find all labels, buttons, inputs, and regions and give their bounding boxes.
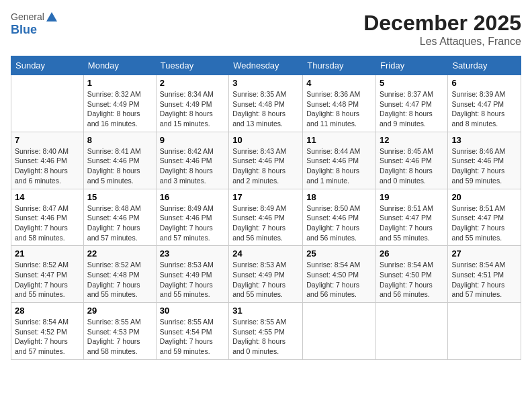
day-info: Sunrise: 8:35 AMSunset: 4:48 PMDaylight:…	[232, 89, 299, 129]
day-number: 2	[160, 78, 225, 88]
day-cell: 4Sunrise: 8:36 AMSunset: 4:48 PMDaylight…	[303, 75, 376, 132]
logo-blue: Blue	[11, 23, 37, 36]
day-cell: 28Sunrise: 8:54 AMSunset: 4:52 PMDayligh…	[11, 303, 84, 360]
day-number: 16	[160, 192, 225, 202]
header-monday: Monday	[83, 56, 156, 75]
day-number: 3	[232, 78, 299, 88]
day-cell: 31Sunrise: 8:55 AMSunset: 4:55 PMDayligh…	[229, 303, 303, 360]
day-number: 29	[87, 306, 152, 316]
day-info: Sunrise: 8:32 AMSunset: 4:49 PMDaylight:…	[87, 89, 152, 129]
day-info: Sunrise: 8:52 AMSunset: 4:48 PMDaylight:…	[87, 260, 152, 300]
day-number: 24	[232, 248, 299, 259]
day-cell: 25Sunrise: 8:54 AMSunset: 4:50 PMDayligh…	[303, 246, 376, 303]
day-number: 27	[451, 248, 517, 259]
day-number: 13	[451, 135, 517, 145]
day-cell: 22Sunrise: 8:52 AMSunset: 4:48 PMDayligh…	[83, 246, 156, 303]
day-number: 30	[160, 306, 225, 316]
day-info: Sunrise: 8:40 AMSunset: 4:46 PMDaylight:…	[15, 146, 80, 186]
day-cell: 20Sunrise: 8:51 AMSunset: 4:47 PMDayligh…	[448, 189, 521, 246]
day-number: 19	[380, 192, 444, 202]
day-number: 5	[380, 78, 444, 88]
day-cell: 16Sunrise: 8:49 AMSunset: 4:46 PMDayligh…	[156, 189, 228, 246]
day-number: 28	[15, 306, 80, 316]
day-number: 20	[451, 192, 517, 202]
day-info: Sunrise: 8:54 AMSunset: 4:52 PMDaylight:…	[15, 317, 80, 357]
day-cell: 12Sunrise: 8:45 AMSunset: 4:46 PMDayligh…	[376, 132, 448, 189]
day-info: Sunrise: 8:49 AMSunset: 4:46 PMDaylight:…	[160, 203, 225, 243]
day-cell: 19Sunrise: 8:51 AMSunset: 4:47 PMDayligh…	[376, 189, 448, 246]
day-info: Sunrise: 8:36 AMSunset: 4:48 PMDaylight:…	[306, 89, 372, 129]
day-info: Sunrise: 8:37 AMSunset: 4:47 PMDaylight:…	[380, 89, 444, 129]
day-number: 14	[15, 192, 80, 202]
day-cell: 13Sunrise: 8:46 AMSunset: 4:46 PMDayligh…	[448, 132, 521, 189]
day-info: Sunrise: 8:55 AMSunset: 4:55 PMDaylight:…	[232, 317, 299, 357]
day-info: Sunrise: 8:39 AMSunset: 4:47 PMDaylight:…	[451, 89, 517, 129]
day-info: Sunrise: 8:43 AMSunset: 4:46 PMDaylight:…	[232, 146, 299, 186]
day-cell: 15Sunrise: 8:48 AMSunset: 4:46 PMDayligh…	[83, 189, 156, 246]
day-cell: 26Sunrise: 8:54 AMSunset: 4:50 PMDayligh…	[376, 246, 448, 303]
day-number: 17	[232, 192, 299, 202]
day-info: Sunrise: 8:34 AMSunset: 4:49 PMDaylight:…	[160, 89, 225, 129]
day-cell	[376, 303, 448, 360]
week-row-2: 7Sunrise: 8:40 AMSunset: 4:46 PMDaylight…	[11, 132, 521, 189]
day-cell: 7Sunrise: 8:40 AMSunset: 4:46 PMDaylight…	[11, 132, 84, 189]
day-info: Sunrise: 8:51 AMSunset: 4:47 PMDaylight:…	[451, 203, 517, 243]
day-number: 7	[15, 135, 80, 145]
day-info: Sunrise: 8:54 AMSunset: 4:50 PMDaylight:…	[380, 260, 444, 300]
day-number: 18	[306, 192, 372, 202]
calendar-table: SundayMondayTuesdayWednesdayThursdayFrid…	[11, 56, 521, 360]
day-info: Sunrise: 8:53 AMSunset: 4:49 PMDaylight:…	[160, 260, 225, 300]
day-info: Sunrise: 8:47 AMSunset: 4:46 PMDaylight:…	[15, 203, 80, 243]
day-info: Sunrise: 8:44 AMSunset: 4:46 PMDaylight:…	[306, 146, 372, 186]
day-cell: 9Sunrise: 8:42 AMSunset: 4:46 PMDaylight…	[156, 132, 228, 189]
day-cell: 14Sunrise: 8:47 AMSunset: 4:46 PMDayligh…	[11, 189, 84, 246]
day-info: Sunrise: 8:48 AMSunset: 4:46 PMDaylight:…	[87, 203, 152, 243]
day-cell: 17Sunrise: 8:49 AMSunset: 4:46 PMDayligh…	[229, 189, 303, 246]
day-cell	[448, 303, 521, 360]
day-cell: 10Sunrise: 8:43 AMSunset: 4:46 PMDayligh…	[229, 132, 303, 189]
day-cell: 8Sunrise: 8:41 AMSunset: 4:46 PMDaylight…	[83, 132, 156, 189]
day-info: Sunrise: 8:52 AMSunset: 4:47 PMDaylight:…	[15, 260, 80, 300]
title-section: December 2025 Les Attaques, France	[363, 11, 521, 48]
logo-general: General	[11, 11, 44, 22]
day-number: 21	[15, 248, 80, 259]
day-number: 8	[87, 135, 152, 145]
day-number: 10	[232, 135, 299, 145]
day-info: Sunrise: 8:55 AMSunset: 4:54 PMDaylight:…	[160, 317, 225, 357]
logo: General Blue	[11, 11, 58, 37]
day-cell: 3Sunrise: 8:35 AMSunset: 4:48 PMDaylight…	[229, 75, 303, 132]
day-cell: 27Sunrise: 8:54 AMSunset: 4:51 PMDayligh…	[448, 246, 521, 303]
day-number: 15	[87, 192, 152, 202]
day-number: 6	[451, 78, 517, 88]
day-number: 4	[306, 78, 372, 88]
day-cell: 29Sunrise: 8:55 AMSunset: 4:53 PMDayligh…	[83, 303, 156, 360]
week-row-1: 1Sunrise: 8:32 AMSunset: 4:49 PMDaylight…	[11, 75, 521, 132]
day-cell: 1Sunrise: 8:32 AMSunset: 4:49 PMDaylight…	[83, 75, 156, 132]
day-info: Sunrise: 8:46 AMSunset: 4:46 PMDaylight:…	[451, 146, 517, 186]
header-thursday: Thursday	[303, 56, 376, 75]
header-friday: Friday	[376, 56, 448, 75]
day-cell: 6Sunrise: 8:39 AMSunset: 4:47 PMDaylight…	[448, 75, 521, 132]
logo-icon	[46, 11, 58, 23]
day-info: Sunrise: 8:51 AMSunset: 4:47 PMDaylight:…	[380, 203, 444, 243]
location: Les Attaques, France	[363, 36, 521, 48]
day-number: 26	[380, 248, 444, 259]
day-cell: 30Sunrise: 8:55 AMSunset: 4:54 PMDayligh…	[156, 303, 228, 360]
day-number: 1	[87, 78, 152, 88]
day-info: Sunrise: 8:55 AMSunset: 4:53 PMDaylight:…	[87, 317, 152, 357]
week-row-3: 14Sunrise: 8:47 AMSunset: 4:46 PMDayligh…	[11, 189, 521, 246]
day-cell: 11Sunrise: 8:44 AMSunset: 4:46 PMDayligh…	[303, 132, 376, 189]
day-number: 12	[380, 135, 444, 145]
header-tuesday: Tuesday	[156, 56, 228, 75]
day-cell: 23Sunrise: 8:53 AMSunset: 4:49 PMDayligh…	[156, 246, 228, 303]
day-number: 23	[160, 248, 225, 259]
day-number: 25	[306, 248, 372, 259]
day-number: 22	[87, 248, 152, 259]
day-cell	[11, 75, 84, 132]
header-row: SundayMondayTuesdayWednesdayThursdayFrid…	[11, 56, 521, 75]
day-info: Sunrise: 8:53 AMSunset: 4:49 PMDaylight:…	[232, 260, 299, 300]
month-title: December 2025	[363, 11, 521, 36]
day-info: Sunrise: 8:54 AMSunset: 4:51 PMDaylight:…	[451, 260, 517, 300]
week-row-4: 21Sunrise: 8:52 AMSunset: 4:47 PMDayligh…	[11, 246, 521, 303]
day-cell: 21Sunrise: 8:52 AMSunset: 4:47 PMDayligh…	[11, 246, 84, 303]
